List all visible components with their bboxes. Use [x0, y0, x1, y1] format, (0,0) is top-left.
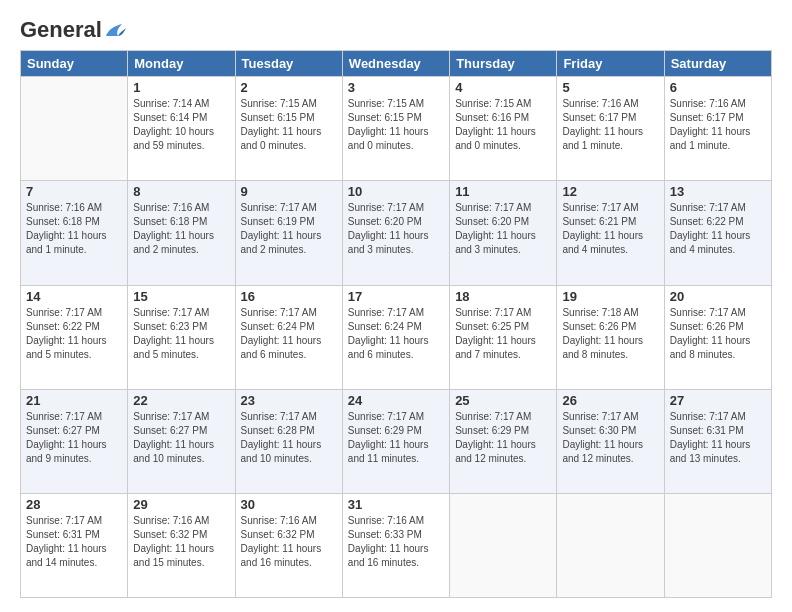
day-number: 31 — [348, 497, 444, 512]
day-info: Sunrise: 7:17 AM Sunset: 6:31 PM Dayligh… — [670, 410, 766, 466]
column-header-thursday: Thursday — [450, 51, 557, 77]
calendar-cell: 6Sunrise: 7:16 AM Sunset: 6:17 PM Daylig… — [664, 77, 771, 181]
calendar-cell: 2Sunrise: 7:15 AM Sunset: 6:15 PM Daylig… — [235, 77, 342, 181]
day-info: Sunrise: 7:16 AM Sunset: 6:17 PM Dayligh… — [562, 97, 658, 153]
column-header-sunday: Sunday — [21, 51, 128, 77]
day-number: 17 — [348, 289, 444, 304]
calendar-cell: 28Sunrise: 7:17 AM Sunset: 6:31 PM Dayli… — [21, 493, 128, 597]
day-info: Sunrise: 7:17 AM Sunset: 6:27 PM Dayligh… — [26, 410, 122, 466]
day-number: 26 — [562, 393, 658, 408]
calendar-cell: 11Sunrise: 7:17 AM Sunset: 6:20 PM Dayli… — [450, 181, 557, 285]
day-number: 2 — [241, 80, 337, 95]
header: General — [20, 18, 772, 42]
day-number: 29 — [133, 497, 229, 512]
day-number: 1 — [133, 80, 229, 95]
calendar-header-row: SundayMondayTuesdayWednesdayThursdayFrid… — [21, 51, 772, 77]
day-number: 27 — [670, 393, 766, 408]
calendar-cell: 16Sunrise: 7:17 AM Sunset: 6:24 PM Dayli… — [235, 285, 342, 389]
column-header-monday: Monday — [128, 51, 235, 77]
calendar-cell — [557, 493, 664, 597]
logo-text: General — [20, 18, 126, 42]
calendar-week-row: 7Sunrise: 7:16 AM Sunset: 6:18 PM Daylig… — [21, 181, 772, 285]
day-info: Sunrise: 7:14 AM Sunset: 6:14 PM Dayligh… — [133, 97, 229, 153]
day-number: 18 — [455, 289, 551, 304]
column-header-friday: Friday — [557, 51, 664, 77]
day-info: Sunrise: 7:15 AM Sunset: 6:15 PM Dayligh… — [241, 97, 337, 153]
day-info: Sunrise: 7:17 AM Sunset: 6:23 PM Dayligh… — [133, 306, 229, 362]
day-info: Sunrise: 7:15 AM Sunset: 6:15 PM Dayligh… — [348, 97, 444, 153]
day-info: Sunrise: 7:16 AM Sunset: 6:32 PM Dayligh… — [133, 514, 229, 570]
calendar-cell: 18Sunrise: 7:17 AM Sunset: 6:25 PM Dayli… — [450, 285, 557, 389]
logo: General — [20, 18, 126, 42]
day-number: 6 — [670, 80, 766, 95]
calendar-cell: 10Sunrise: 7:17 AM Sunset: 6:20 PM Dayli… — [342, 181, 449, 285]
column-header-wednesday: Wednesday — [342, 51, 449, 77]
day-number: 3 — [348, 80, 444, 95]
day-info: Sunrise: 7:16 AM Sunset: 6:33 PM Dayligh… — [348, 514, 444, 570]
calendar-cell: 7Sunrise: 7:16 AM Sunset: 6:18 PM Daylig… — [21, 181, 128, 285]
day-number: 7 — [26, 184, 122, 199]
day-number: 24 — [348, 393, 444, 408]
calendar-cell: 8Sunrise: 7:16 AM Sunset: 6:18 PM Daylig… — [128, 181, 235, 285]
calendar-cell — [664, 493, 771, 597]
day-info: Sunrise: 7:16 AM Sunset: 6:32 PM Dayligh… — [241, 514, 337, 570]
day-info: Sunrise: 7:17 AM Sunset: 6:22 PM Dayligh… — [26, 306, 122, 362]
day-number: 12 — [562, 184, 658, 199]
calendar-cell — [21, 77, 128, 181]
day-number: 10 — [348, 184, 444, 199]
day-number: 15 — [133, 289, 229, 304]
day-number: 23 — [241, 393, 337, 408]
day-info: Sunrise: 7:17 AM Sunset: 6:24 PM Dayligh… — [348, 306, 444, 362]
day-number: 25 — [455, 393, 551, 408]
day-info: Sunrise: 7:17 AM Sunset: 6:28 PM Dayligh… — [241, 410, 337, 466]
day-number: 8 — [133, 184, 229, 199]
day-info: Sunrise: 7:17 AM Sunset: 6:20 PM Dayligh… — [348, 201, 444, 257]
calendar-week-row: 14Sunrise: 7:17 AM Sunset: 6:22 PM Dayli… — [21, 285, 772, 389]
day-info: Sunrise: 7:15 AM Sunset: 6:16 PM Dayligh… — [455, 97, 551, 153]
day-info: Sunrise: 7:17 AM Sunset: 6:27 PM Dayligh… — [133, 410, 229, 466]
day-info: Sunrise: 7:17 AM Sunset: 6:26 PM Dayligh… — [670, 306, 766, 362]
calendar-cell: 24Sunrise: 7:17 AM Sunset: 6:29 PM Dayli… — [342, 389, 449, 493]
calendar-cell: 4Sunrise: 7:15 AM Sunset: 6:16 PM Daylig… — [450, 77, 557, 181]
calendar-cell: 1Sunrise: 7:14 AM Sunset: 6:14 PM Daylig… — [128, 77, 235, 181]
day-number: 20 — [670, 289, 766, 304]
calendar-cell: 21Sunrise: 7:17 AM Sunset: 6:27 PM Dayli… — [21, 389, 128, 493]
calendar-cell: 22Sunrise: 7:17 AM Sunset: 6:27 PM Dayli… — [128, 389, 235, 493]
day-info: Sunrise: 7:17 AM Sunset: 6:29 PM Dayligh… — [455, 410, 551, 466]
logo-bird-icon — [104, 22, 126, 40]
calendar-cell: 13Sunrise: 7:17 AM Sunset: 6:22 PM Dayli… — [664, 181, 771, 285]
day-info: Sunrise: 7:16 AM Sunset: 6:18 PM Dayligh… — [26, 201, 122, 257]
calendar-cell: 31Sunrise: 7:16 AM Sunset: 6:33 PM Dayli… — [342, 493, 449, 597]
calendar-cell: 15Sunrise: 7:17 AM Sunset: 6:23 PM Dayli… — [128, 285, 235, 389]
day-info: Sunrise: 7:18 AM Sunset: 6:26 PM Dayligh… — [562, 306, 658, 362]
calendar-cell: 20Sunrise: 7:17 AM Sunset: 6:26 PM Dayli… — [664, 285, 771, 389]
calendar-cell: 12Sunrise: 7:17 AM Sunset: 6:21 PM Dayli… — [557, 181, 664, 285]
column-header-saturday: Saturday — [664, 51, 771, 77]
calendar-cell — [450, 493, 557, 597]
calendar-cell: 29Sunrise: 7:16 AM Sunset: 6:32 PM Dayli… — [128, 493, 235, 597]
day-number: 5 — [562, 80, 658, 95]
day-number: 9 — [241, 184, 337, 199]
day-number: 19 — [562, 289, 658, 304]
calendar-cell: 9Sunrise: 7:17 AM Sunset: 6:19 PM Daylig… — [235, 181, 342, 285]
calendar-cell: 26Sunrise: 7:17 AM Sunset: 6:30 PM Dayli… — [557, 389, 664, 493]
calendar-cell: 23Sunrise: 7:17 AM Sunset: 6:28 PM Dayli… — [235, 389, 342, 493]
column-header-tuesday: Tuesday — [235, 51, 342, 77]
day-info: Sunrise: 7:17 AM Sunset: 6:25 PM Dayligh… — [455, 306, 551, 362]
day-info: Sunrise: 7:16 AM Sunset: 6:17 PM Dayligh… — [670, 97, 766, 153]
calendar-cell: 27Sunrise: 7:17 AM Sunset: 6:31 PM Dayli… — [664, 389, 771, 493]
day-number: 28 — [26, 497, 122, 512]
day-info: Sunrise: 7:17 AM Sunset: 6:20 PM Dayligh… — [455, 201, 551, 257]
calendar-week-row: 21Sunrise: 7:17 AM Sunset: 6:27 PM Dayli… — [21, 389, 772, 493]
day-info: Sunrise: 7:17 AM Sunset: 6:24 PM Dayligh… — [241, 306, 337, 362]
calendar-table: SundayMondayTuesdayWednesdayThursdayFrid… — [20, 50, 772, 598]
day-number: 14 — [26, 289, 122, 304]
day-number: 22 — [133, 393, 229, 408]
page: General SundayMondayTuesdayWednesdayThur… — [0, 0, 792, 612]
calendar-cell: 3Sunrise: 7:15 AM Sunset: 6:15 PM Daylig… — [342, 77, 449, 181]
day-number: 13 — [670, 184, 766, 199]
day-info: Sunrise: 7:17 AM Sunset: 6:29 PM Dayligh… — [348, 410, 444, 466]
calendar-cell: 19Sunrise: 7:18 AM Sunset: 6:26 PM Dayli… — [557, 285, 664, 389]
day-number: 16 — [241, 289, 337, 304]
day-info: Sunrise: 7:17 AM Sunset: 6:22 PM Dayligh… — [670, 201, 766, 257]
